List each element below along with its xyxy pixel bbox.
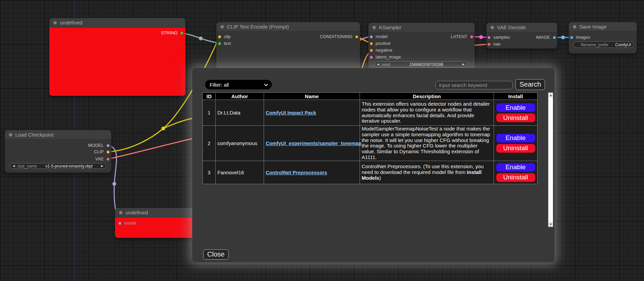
node-ksampler-titlebar[interactable]: KSampler: [368, 23, 475, 32]
cell-author: Dr.Lt.Data: [216, 100, 264, 126]
node-collapse-dot-icon[interactable]: [53, 21, 57, 24]
table-scrollbar[interactable]: [548, 92, 553, 227]
scroll-down-icon[interactable]: [548, 222, 553, 227]
uninstall-button[interactable]: Uninstall: [496, 144, 535, 153]
input-label-images: images: [576, 35, 590, 40]
filename-prefix-label: filename_prefix: [576, 42, 613, 47]
seed-value: 156680208700286: [409, 62, 443, 67]
node-collapse-dot-icon[interactable]: [491, 26, 494, 29]
node-collapse-dot-icon[interactable]: [9, 133, 12, 137]
node-ksampler[interactable]: KSampler model positive negative latent_…: [368, 23, 475, 72]
output-label-image: IMAGE: [536, 35, 550, 40]
enable-button[interactable]: Enable: [496, 134, 535, 143]
cell-id: 3: [203, 161, 216, 184]
column-header: Install: [494, 93, 538, 100]
uninstall-button[interactable]: Uninstall: [496, 113, 535, 122]
node-save-image-titlebar[interactable]: Save Image: [569, 22, 637, 32]
cell-description: ModelSamplerTonemapNoiseTest a node that…: [360, 126, 494, 161]
scroll-up-icon[interactable]: [548, 93, 553, 98]
node-collapse-dot-icon[interactable]: [373, 26, 376, 29]
node-undefined-bottom-titlebar[interactable]: undefined: [115, 208, 197, 217]
node-save-image[interactable]: Save Image images filename_prefix ComfyU…: [569, 22, 637, 53]
input-slot-model[interactable]: [118, 222, 121, 225]
output-label-vae: VAE: [95, 157, 104, 161]
enable-button[interactable]: Enable: [496, 163, 535, 172]
node-load-checkpoint[interactable]: Load Checkpoint MODEL CLIP VAE ◀ ckpt_na…: [5, 130, 111, 173]
extension-link[interactable]: ComfyUI Impact Pack: [266, 110, 316, 116]
ckpt-name-label: ckpt_name: [17, 164, 37, 169]
node-load-checkpoint-titlebar[interactable]: Load Checkpoint: [5, 130, 111, 140]
node-title: undefined: [60, 20, 82, 25]
cell-install: EnableUninstall: [494, 161, 538, 184]
input-slot-negative[interactable]: [370, 49, 373, 52]
output-slot-model[interactable]: [106, 144, 110, 147]
previous-arrow-icon[interactable]: ◀: [13, 164, 15, 168]
close-button[interactable]: Close: [203, 249, 229, 260]
wire-vae-1[interactable]: [108, 139, 192, 159]
extension-row: 1Dr.Lt.DataComfyUI Impact PackThis exten…: [203, 100, 538, 126]
node-collapse-dot-icon[interactable]: [573, 25, 576, 29]
column-header: Author: [216, 93, 264, 100]
input-label-clip: clip: [224, 34, 231, 39]
node-title: VAE Decode: [497, 24, 526, 30]
input-slot-text[interactable]: [218, 42, 221, 45]
node-clip-text-encode-titlebar[interactable]: CLIP Text Encode (Prompt): [216, 22, 360, 32]
input-slot-model[interactable]: [370, 35, 373, 38]
node-undefined-top[interactable]: undefined STRING: [49, 18, 185, 96]
input-slot-vae[interactable]: [488, 43, 491, 46]
decrement-arrow-icon[interactable]: ◀: [377, 63, 379, 66]
input-slot-latent-image[interactable]: [370, 56, 373, 59]
extension-row: 3Fannovel16ControlNet PreprocessorsContr…: [203, 161, 538, 184]
node-vae-decode-titlebar[interactable]: VAE Decode: [486, 23, 557, 32]
filename-prefix-widget[interactable]: filename_prefix ComfyUI: [573, 41, 634, 48]
cell-id: 1: [203, 100, 216, 126]
output-slot-string[interactable]: [180, 32, 183, 35]
input-label-latent-image: latent_image: [376, 55, 401, 59]
node-title: Save Image: [579, 24, 607, 30]
output-slot-image[interactable]: [553, 36, 556, 39]
node-vae-decode[interactable]: VAE Decode samples vae IMAGE: [486, 23, 557, 49]
input-label-samples: samples: [493, 35, 510, 40]
input-label-model: model: [124, 221, 136, 226]
node-collapse-dot-icon[interactable]: [220, 25, 224, 29]
ckpt-name-widget[interactable]: ◀ ckpt_name v1-5-pruned-emaonly.ckpt ▶: [10, 163, 106, 169]
ckpt-name-value: v1-5-pruned-emaonly.ckpt: [46, 164, 93, 169]
node-collapse-dot-icon[interactable]: [119, 211, 122, 214]
input-slot-images[interactable]: [570, 36, 573, 39]
input-label-vae: vae: [493, 42, 500, 47]
filter-select[interactable]: Filter: all: [205, 80, 272, 89]
input-label-negative: negative: [376, 48, 392, 53]
output-slot-latent[interactable]: [470, 35, 473, 38]
node-undefined-bottom[interactable]: undefined model: [115, 208, 197, 238]
cell-description: This extension offers various detector n…: [360, 100, 494, 126]
next-arrow-icon[interactable]: ▶: [101, 164, 103, 168]
cell-id: 2: [203, 126, 216, 161]
extension-table-wrap: IDAuthorNameDescriptionInstall 1Dr.Lt.Da…: [202, 92, 553, 227]
filename-prefix-value: ComfyUI: [615, 42, 631, 47]
seed-label: seed: [381, 62, 390, 67]
uninstall-button[interactable]: Uninstall: [496, 173, 535, 182]
cell-description: ControlNet Preprocessors. (To use this e…: [360, 161, 494, 184]
input-label-text: text: [224, 41, 231, 46]
cell-name: ComfyUI_experiments/sampler_tonemap: [264, 126, 360, 161]
input-slot-clip[interactable]: [218, 35, 221, 38]
output-slot-vae[interactable]: [106, 158, 110, 161]
input-slot-samples[interactable]: [488, 36, 491, 39]
increment-arrow-icon[interactable]: ▶: [462, 63, 465, 66]
search-button[interactable]: Search: [515, 79, 545, 90]
manager-dialog: Filter: all Search IDAuthorNameDescripti…: [192, 68, 555, 262]
output-slot-clip[interactable]: [106, 151, 110, 154]
table-header-row: IDAuthorNameDescriptionInstall: [203, 93, 538, 100]
error-node-body: [49, 28, 185, 96]
node-undefined-top-titlebar[interactable]: undefined: [49, 18, 185, 28]
enable-button[interactable]: Enable: [496, 103, 535, 112]
search-input[interactable]: [435, 81, 513, 89]
output-slot-conditioning[interactable]: [355, 35, 358, 38]
seed-widget[interactable]: ◀ seed 156680208700286 ▶: [374, 62, 467, 67]
filter-select-wrap: Filter: all: [205, 80, 272, 89]
input-slot-positive[interactable]: [370, 42, 373, 45]
extension-link[interactable]: ControlNet Preprocessors: [266, 170, 327, 175]
extension-link[interactable]: ComfyUI_experiments/sampler_tonemap: [266, 141, 361, 146]
output-label-conditioning: CONDITIONING: [320, 34, 352, 39]
comfyui-canvas[interactable]: undefined STRING CLIP Text Encode (Promp…: [0, 0, 644, 281]
